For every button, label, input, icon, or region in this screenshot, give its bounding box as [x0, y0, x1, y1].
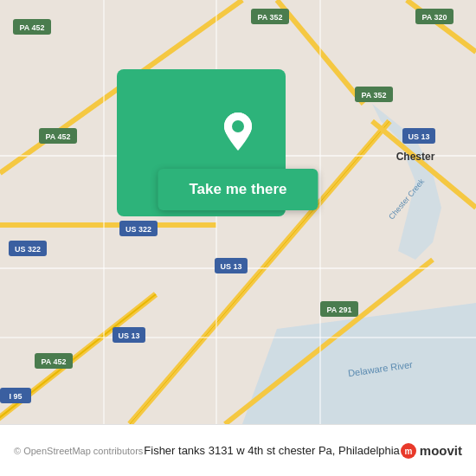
svg-text:US 13: US 13 [220, 262, 241, 271]
svg-text:I 95: I 95 [9, 392, 22, 401]
take-me-there-button[interactable]: Take me there [158, 169, 318, 210]
svg-text:m: m [404, 447, 412, 456]
svg-text:PA 452: PA 452 [19, 23, 44, 32]
svg-text:US 13: US 13 [118, 331, 139, 340]
svg-text:PA 452: PA 452 [41, 357, 66, 366]
svg-text:Chester: Chester [396, 151, 435, 163]
moovit-logo: m moovit [401, 443, 462, 459]
svg-text:PA 352: PA 352 [257, 13, 282, 22]
moovit-brand-text: moovit [420, 443, 462, 458]
bottom-bar: © OpenStreetMap contributors Fisher tank… [0, 424, 476, 476]
moovit-icon: m [401, 443, 416, 459]
svg-text:PA 452: PA 452 [45, 132, 70, 141]
svg-text:PA 320: PA 320 [421, 13, 447, 22]
address-text: Fisher tanks 3131 w 4th st chester Pa, P… [143, 444, 400, 457]
copyright-text: © OpenStreetMap contributors [14, 446, 143, 456]
svg-text:PA 291: PA 291 [326, 306, 351, 314]
svg-text:US 13: US 13 [408, 132, 429, 141]
map-pin-icon [222, 113, 254, 154]
map-container: PA 452 PA 352 PA 320 PA 452 PA 352 US 13… [0, 0, 476, 424]
svg-text:PA 352: PA 352 [361, 91, 386, 100]
svg-text:US 322: US 322 [15, 245, 41, 254]
svg-point-50 [232, 120, 244, 132]
svg-text:US 322: US 322 [125, 225, 151, 234]
